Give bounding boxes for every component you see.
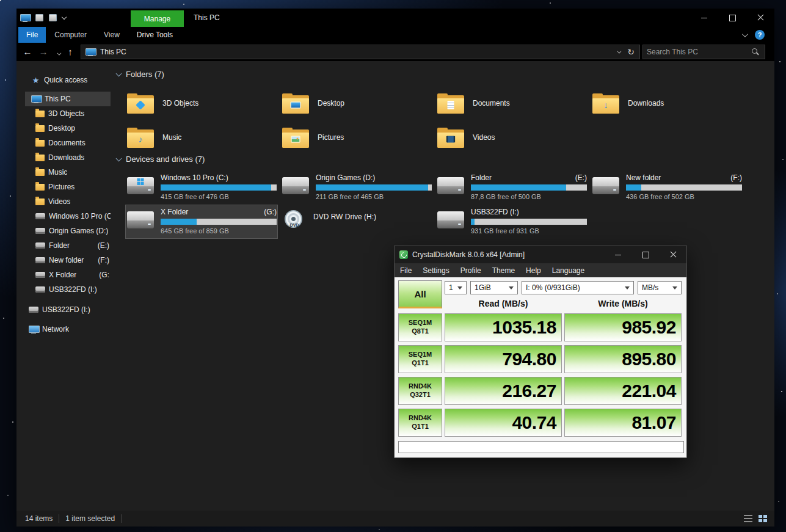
address-dropdown-chevron-icon[interactable]	[617, 49, 622, 53]
cdm-write-result-cell[interactable]: 221.04	[564, 377, 682, 405]
tab-drive-tools[interactable]: Drive Tools	[128, 27, 181, 43]
cdm-write-result-cell[interactable]: 985.92	[564, 313, 682, 341]
qat-new-folder-icon[interactable]	[49, 14, 57, 21]
sidebar-item-drive-c[interactable]: Windows 10 Pro (C:	[25, 209, 111, 224]
tab-computer[interactable]: Computer	[46, 27, 95, 43]
folder-tile-downloads[interactable]: ↓ Downloads	[591, 86, 741, 120]
cdm-test-button-rnd4k-q32t1[interactable]: RND4K Q32T1	[398, 377, 442, 405]
tab-file[interactable]: File	[18, 27, 46, 43]
cdm-all-button[interactable]: All	[398, 280, 442, 308]
cdm-test-button-seq1m-q8t1[interactable]: SEQ1M Q8T1	[398, 313, 442, 341]
manage-contextual-tab[interactable]: Manage	[131, 10, 184, 27]
sidebar-label: Music	[48, 168, 67, 177]
sidebar-item-3d-objects[interactable]: 3D Objects	[25, 106, 111, 121]
sidebar-item-documents[interactable]: Documents	[25, 136, 111, 150]
drive-tile-usb[interactable]: USB322FD (I:) 931 GB free of 931 GB	[435, 205, 588, 239]
folder-icon: ↓	[592, 93, 619, 114]
cdm-menu-help[interactable]: Help	[520, 266, 547, 275]
forward-button[interactable]: →	[37, 43, 49, 61]
up-button[interactable]: ↑	[64, 43, 76, 61]
minimize-button[interactable]	[690, 9, 718, 27]
folder-tile-desktop[interactable]: Desktop	[280, 86, 431, 120]
sidebar-item-drive-i[interactable]: USB322FD (I:)	[25, 282, 111, 297]
sidebar-item-videos[interactable]: Videos	[25, 194, 111, 209]
back-button[interactable]: ←	[21, 43, 34, 61]
sidebar-item-this-pc[interactable]: This PC	[25, 92, 111, 106]
folder-tile-pictures[interactable]: Pictures	[280, 120, 431, 155]
cdm-menu-settings[interactable]: Settings	[417, 266, 454, 275]
ribbon-expand-chevron-icon[interactable]	[742, 31, 748, 37]
qat-properties-icon[interactable]	[35, 14, 43, 21]
drive-tile-c[interactable]: Windows 10 Pro (C:) 415 GB free of 476 G…	[125, 170, 278, 205]
folder-tile-label: 3D Objects	[162, 99, 198, 107]
folder-tile-3d-objects[interactable]: 3D Objects	[125, 86, 275, 120]
drive-tile-e[interactable]: Folder(E:) 87,8 GB free of 500 GB	[435, 170, 588, 205]
folders-section-header[interactable]: Folders (7)	[117, 70, 164, 79]
cdm-read-result-cell[interactable]: 216.27	[445, 377, 562, 405]
sidebar-item-network[interactable]: Network	[25, 322, 111, 337]
capacity-fill	[471, 184, 566, 191]
folder-tile-label: Videos	[473, 133, 495, 142]
search-input[interactable]	[643, 48, 752, 56]
sidebar-item-desktop[interactable]: Desktop	[25, 121, 111, 136]
selected-value: 1	[449, 283, 453, 292]
sidebar-item-quick-access[interactable]: ★ Quick access	[25, 73, 111, 87]
sidebar-item-drive-e[interactable]: Folder (E:)	[25, 238, 111, 253]
sidebar-label: USB322FD (I:)	[49, 285, 97, 294]
cdm-read-header: Read (MB/s)	[445, 297, 562, 310]
sidebar-item-drive-f[interactable]: New folder (F:)	[25, 253, 111, 268]
sidebar-item-drive-d[interactable]: Origin Games (D:)	[25, 224, 111, 238]
cdm-menu-profile[interactable]: Profile	[455, 266, 487, 275]
sidebar-item-pictures[interactable]: Pictures	[25, 180, 111, 194]
help-icon[interactable]: ?	[755, 30, 765, 40]
sidebar-item-usb-root[interactable]: USB322FD (I:)	[25, 302, 111, 317]
address-bar[interactable]: This PC ↻	[81, 45, 640, 59]
tab-view[interactable]: View	[95, 27, 128, 43]
cdm-write-result-cell[interactable]: 895.80	[564, 345, 682, 373]
cdm-target-drive-select[interactable]: I: 0% (0/931GiB)	[522, 281, 634, 294]
drive-letter: (G:)	[264, 208, 277, 217]
cdm-close-button[interactable]	[659, 246, 686, 263]
maximize-button[interactable]	[718, 9, 746, 27]
cdm-menu-language[interactable]: Language	[547, 266, 590, 275]
capacity-bar	[161, 184, 277, 191]
cdm-read-result-cell[interactable]: 40.74	[445, 409, 562, 437]
cdm-read-result-cell[interactable]: 1035.18	[445, 313, 562, 341]
close-button[interactable]	[746, 9, 774, 27]
drive-tile-d[interactable]: Origin Games (D:) 211 GB free of 465 GB	[280, 170, 433, 205]
details-view-icon[interactable]	[744, 515, 752, 522]
cdm-menu-theme[interactable]: Theme	[487, 266, 520, 275]
sidebar-item-drive-g[interactable]: X Folder (G:	[25, 268, 111, 282]
cdm-menu-file[interactable]: File	[395, 266, 417, 275]
crystaldiskmark-window: CrystalDiskMark 8.0.6 x64 [Admin] File S…	[394, 246, 687, 458]
drive-tile-f[interactable]: New folder(F:) 436 GB free of 502 GB	[591, 170, 743, 205]
folder-tile-videos[interactable]: Videos	[435, 120, 586, 155]
drive-tile-g-selected[interactable]: X Folder(G:) 645 GB free of 859 GB	[125, 205, 278, 239]
cdm-test-count-select[interactable]: 1	[445, 281, 467, 294]
recent-locations-chevron-icon[interactable]	[52, 43, 64, 62]
drive-tile-dvd[interactable]: DVD DVD RW Drive (H:)	[280, 205, 433, 239]
sidebar-item-music[interactable]: Music	[25, 165, 111, 180]
cdm-read-result-cell[interactable]: 794.80	[445, 345, 562, 373]
folder-tile-documents[interactable]: Documents	[435, 86, 586, 120]
folder-tile-music[interactable]: ♪ Music	[125, 120, 275, 155]
refresh-icon[interactable]: ↻	[627, 47, 635, 57]
cdm-minimize-button[interactable]	[604, 246, 631, 263]
cdm-test-button-seq1m-q1t1[interactable]: SEQ1M Q1T1	[398, 345, 442, 373]
breadcrumb[interactable]: This PC	[100, 48, 126, 56]
read-value: 794.80	[445, 346, 561, 373]
cdm-maximize-button[interactable]	[631, 246, 659, 263]
collapse-chevron-icon[interactable]	[116, 70, 122, 76]
cdm-comment-input[interactable]	[398, 441, 684, 453]
collapse-chevron-icon[interactable]	[116, 155, 122, 161]
search-icon[interactable]	[752, 48, 760, 56]
cdm-test-size-select[interactable]: 1GiB	[470, 281, 518, 294]
cdm-unit-select[interactable]: MB/s	[638, 281, 682, 294]
large-icons-view-icon[interactable]	[759, 515, 767, 522]
cdm-write-result-cell[interactable]: 81.07	[564, 409, 682, 437]
cdm-test-button-rnd4k-q1t1[interactable]: RND4K Q1T1	[398, 409, 442, 437]
drives-section-header[interactable]: Devices and drives (7)	[117, 155, 205, 164]
address-bar-row: ← → ↑ This PC ↻	[16, 43, 774, 61]
qat-customize-chevron-icon[interactable]	[62, 14, 67, 19]
sidebar-item-downloads[interactable]: Downloads	[25, 150, 111, 165]
